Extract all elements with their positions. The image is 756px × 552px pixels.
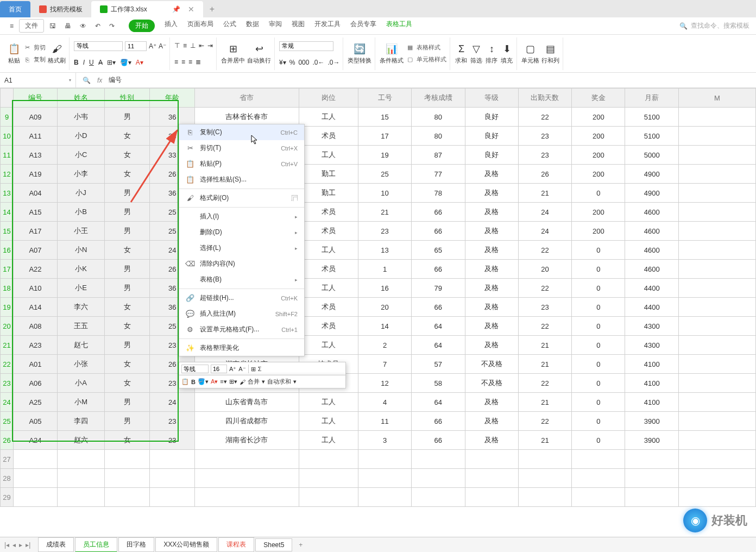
mini-merge-icon[interactable]: ⊞ [251,366,256,373]
cell[interactable]: 58 [412,374,465,393]
cell[interactable] [678,203,755,222]
cell[interactable]: 66 [412,260,465,279]
cell[interactable]: 23 [518,127,571,146]
cell[interactable]: 66 [412,203,465,222]
col-header[interactable]: 出勤天数 [518,89,571,108]
cell[interactable]: 0 [572,279,625,298]
sheet-last-icon[interactable]: ▸| [26,541,30,549]
cell[interactable] [195,450,299,469]
ctx-cut[interactable]: ✂剪切(T)Ctrl+X [179,140,304,156]
tab-vip[interactable]: 会员专享 [350,20,376,32]
cell[interactable]: 男 [105,412,150,431]
cell[interactable]: 64 [412,393,465,412]
cell[interactable]: 女 [105,146,150,165]
cell[interactable]: 小E [57,279,104,298]
cell[interactable]: 64 [412,317,465,336]
cell[interactable]: A01 [14,355,58,374]
align-right-icon[interactable]: ≡ [188,58,192,66]
cell[interactable] [465,488,518,507]
cell[interactable]: 湖南省长沙市 [195,431,299,450]
cell[interactable] [678,336,755,355]
col-header[interactable]: 编号 [14,89,58,108]
close-icon[interactable]: ✕ [188,5,194,14]
cell[interactable]: 24 [150,393,195,412]
cell[interactable] [412,488,465,507]
name-box[interactable]: A1▾ [0,73,76,87]
hamburger-icon[interactable]: ≡ [7,20,17,32]
cell[interactable]: 工人 [299,146,358,165]
col-header[interactable]: 等级 [465,89,518,108]
cell[interactable]: 24 [518,222,571,241]
row-header[interactable]: 24 [1,393,14,412]
cell[interactable]: A22 [14,260,58,279]
cell[interactable]: 200 [572,127,625,146]
ctx-format-painter[interactable]: 🖌格式刷(O)⿸ [179,190,304,206]
cell[interactable]: 21 [358,203,411,222]
cell[interactable]: 小C [57,146,104,165]
pin-icon[interactable]: 📌 [172,5,180,13]
cell[interactable]: 男 [105,203,150,222]
cell[interactable]: 男 [105,260,150,279]
cell[interactable]: 22 [518,241,571,260]
mini-autosum-label[interactable]: 自动求和 [267,378,291,386]
cell[interactable]: A13 [14,146,58,165]
cell[interactable]: 4900 [625,165,678,184]
ctx-insert[interactable]: 插入(I)▸ [179,209,304,224]
ctx-cell-format[interactable]: ⚙设置单元格格式(F)...Ctrl+1 [179,322,304,337]
row-header[interactable]: 26 [1,431,14,450]
cell[interactable]: 11 [358,412,411,431]
col-header[interactable]: 姓名 [57,89,104,108]
border-button[interactable]: ⊞▾ [107,59,116,66]
file-menu[interactable]: 文件 [19,19,44,33]
cell[interactable]: 女 [105,317,150,336]
bold-button[interactable]: B [74,59,79,66]
cell[interactable]: 80 [412,108,465,127]
cell[interactable]: 工人 [299,108,358,127]
ctx-paste-special[interactable]: 📋选择性粘贴(S)... [179,172,304,187]
cell[interactable]: 23 [518,146,571,165]
cell[interactable] [678,298,755,317]
align-center-icon[interactable]: ≡ [181,58,185,66]
cell[interactable]: 16 [358,279,411,298]
cell-button[interactable]: ▢单元格 [521,42,539,65]
align-justify-icon[interactable]: ≣ [196,58,201,66]
cell[interactable]: 小A [57,374,104,393]
cell[interactable] [518,488,571,507]
cell[interactable] [678,374,755,393]
cell[interactable]: 4300 [625,336,678,355]
cell[interactable]: 64 [412,336,465,355]
cell[interactable]: 0 [572,393,625,412]
row-header[interactable]: 29 [1,488,14,507]
cell[interactable]: 勤工 [299,184,358,203]
cell[interactable]: 工人 [299,279,358,298]
cell[interactable]: 王五 [57,317,104,336]
mini-format-icon[interactable]: 📋 [181,378,189,385]
cell[interactable]: 4100 [625,374,678,393]
cell[interactable]: 女 [105,127,150,146]
cell[interactable]: 4600 [625,203,678,222]
tab-view[interactable]: 视图 [292,20,305,32]
ctx-hyperlink[interactable]: 🔗超链接(H)...Ctrl+K [179,290,304,306]
font-size-select[interactable] [125,41,147,51]
cell[interactable]: 小张 [57,355,104,374]
cell[interactable]: 女 [105,355,150,374]
row-header[interactable]: 28 [1,469,14,488]
home-tab[interactable]: 首页 [0,1,30,17]
sheet-first-icon[interactable]: |◂ [4,541,9,549]
cell[interactable]: 及格 [465,393,518,412]
cell[interactable]: 女 [105,165,150,184]
cell[interactable]: 及格 [465,184,518,203]
cell[interactable]: 0 [572,184,625,203]
cell[interactable]: A14 [14,298,58,317]
cell[interactable]: 5100 [625,108,678,127]
col-header[interactable]: 岗位 [299,89,358,108]
cell[interactable] [299,450,358,469]
cell[interactable]: 26 [518,165,571,184]
cell[interactable] [678,108,755,127]
cell[interactable]: 22 [518,412,571,431]
cell[interactable]: A23 [14,336,58,355]
cell[interactable]: 勤工 [299,165,358,184]
cell[interactable]: 及格 [465,317,518,336]
cell[interactable]: A17 [14,222,58,241]
cell[interactable]: 小D [57,127,104,146]
